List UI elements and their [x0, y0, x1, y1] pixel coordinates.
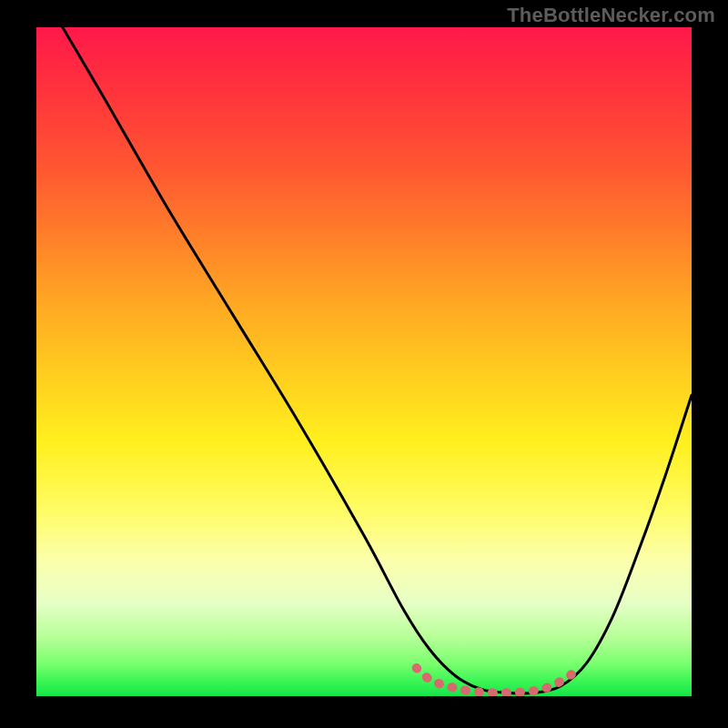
watermark-text: TheBottleNecker.com [507, 4, 715, 27]
curve-layer [36, 27, 692, 696]
bottleneck-curve-path [63, 27, 692, 693]
chart-frame: TheBottleNecker.com [0, 0, 728, 728]
plot-area [36, 27, 692, 696]
